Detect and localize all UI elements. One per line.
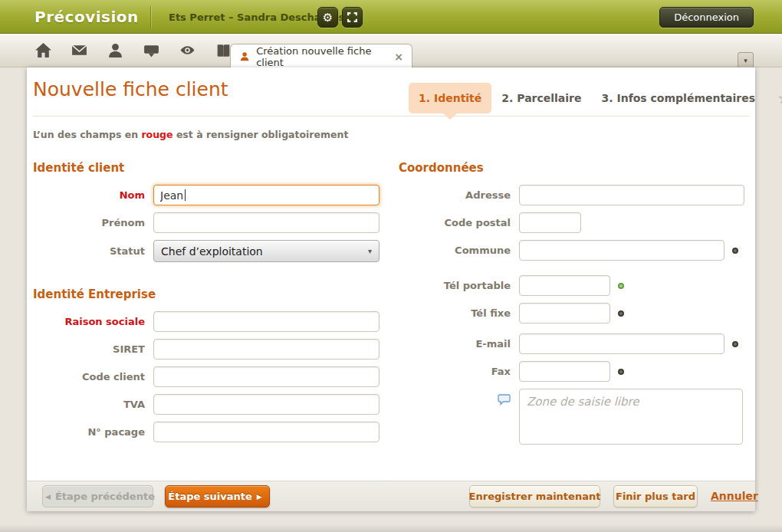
step-parcellaire[interactable]: 2. Parcellaire: [491, 83, 591, 113]
nom-input[interactable]: [153, 185, 380, 205]
comment-bubble-label: [399, 389, 511, 408]
prenom-input[interactable]: [153, 212, 380, 233]
code-client-input[interactable]: [153, 366, 380, 387]
save-now-button[interactable]: Enregistrer maintenant: [469, 485, 600, 507]
commune-label: Commune: [399, 245, 511, 256]
tab-label: Création nouvelle fiche client: [256, 45, 394, 68]
siret-label: SIRET: [33, 343, 145, 355]
field-row-raison-sociale: Raison sociale: [33, 311, 387, 332]
tab-user-icon: [239, 51, 250, 62]
tva-input[interactable]: [153, 394, 380, 415]
nom-label: Nom: [33, 189, 145, 201]
tva-label: TVA: [33, 399, 145, 410]
tel-fixe-status-dot: [618, 310, 624, 317]
notice-highlight: rouge: [141, 129, 172, 140]
previous-step-label: Étape précédente: [55, 491, 155, 502]
user-icon[interactable]: [106, 41, 124, 60]
statut-select[interactable]: Chef d’exploitation ▾: [153, 240, 380, 262]
page-title: Nouvelle fiche client: [33, 78, 228, 100]
next-step-label: Étape suivante: [168, 491, 252, 502]
email-status-dot: [732, 341, 738, 347]
field-row-adresse: Adresse: [399, 185, 751, 205]
raison-sociale-input[interactable]: [153, 311, 380, 332]
screen-icon[interactable]: [142, 41, 160, 60]
tel-fixe-input[interactable]: [519, 303, 610, 323]
speech-bubble-icon: [498, 394, 511, 406]
card-footer: ◀ Étape précédente Étape suivante ▶ Enre…: [27, 481, 755, 511]
commune-input[interactable]: [519, 240, 724, 261]
main-card: Nouvelle fiche client 1. Identité 2. Par…: [27, 67, 755, 511]
notice-prefix: L’un des champs en: [33, 129, 141, 140]
arrow-right-icon: ▶: [257, 493, 262, 501]
select-arrow-icon: ▾: [368, 247, 372, 255]
identity-column: Identité client Nom Prénom Statut Chef d…: [33, 157, 387, 449]
field-row-nom: Nom: [33, 185, 387, 205]
toolbar: Création nouvelle fiche client × ▾: [0, 34, 782, 67]
eye-icon[interactable]: [178, 41, 196, 60]
notice-suffix: est à rensigner obligatoirement: [173, 129, 349, 140]
section-identite-client: Identité client: [33, 157, 387, 174]
tab-close-icon[interactable]: ×: [394, 51, 403, 62]
free-text-area[interactable]: [519, 389, 743, 445]
field-row-code-client: Code client: [33, 366, 387, 387]
logout-button[interactable]: Déconnexion: [659, 7, 754, 28]
coordonnees-column: Coordonnées Adresse Code postal Commune …: [399, 157, 751, 452]
commune-status-dot: [732, 248, 738, 254]
code-postal-input[interactable]: [519, 212, 581, 233]
adresse-input[interactable]: [519, 185, 744, 205]
tab-creation-fiche-client[interactable]: Création nouvelle fiche client ×: [230, 44, 412, 68]
required-fields-notice: L’un des champs en rouge est à rensigner…: [33, 129, 348, 140]
star-icon[interactable]: ☆: [777, 89, 782, 107]
tab-overflow-button[interactable]: ▾: [738, 52, 754, 68]
code-postal-label: Code postal: [399, 217, 511, 228]
home-icon[interactable]: [34, 41, 52, 60]
fullscreen-button[interactable]: [342, 7, 363, 28]
toolbar-icons: [34, 34, 232, 67]
prenom-label: Prénom: [33, 217, 145, 228]
pacage-label: N° pacage: [33, 426, 145, 438]
field-row-email: E-mail: [399, 333, 751, 354]
fax-status-dot: [618, 369, 624, 375]
settings-button[interactable]: ⚙: [317, 7, 338, 28]
adresse-label: Adresse: [399, 189, 511, 201]
email-input[interactable]: [519, 333, 724, 354]
text-caret: [185, 189, 186, 201]
header-divider: [150, 6, 151, 28]
pacage-input[interactable]: [153, 422, 380, 442]
mail-icon[interactable]: [70, 41, 88, 60]
field-row-prenom: Prénom: [33, 212, 387, 233]
cancel-link[interactable]: Annuler: [711, 490, 758, 502]
section-identite-entreprise: Identité Entreprise: [33, 284, 387, 300]
statut-label: Statut: [33, 245, 145, 257]
field-row-tel-portable: Tél portable: [399, 275, 751, 296]
field-row-tva: TVA: [33, 394, 387, 415]
next-step-button[interactable]: Étape suivante ▶: [165, 485, 270, 507]
step-infos-complementaires[interactable]: 3. Infos complémentaires: [592, 83, 766, 113]
arrow-left-icon: ◀: [45, 493, 51, 501]
siret-input[interactable]: [153, 339, 380, 360]
statut-selected-value: Chef d’exploitation: [161, 245, 263, 258]
brand-logo: Précovision: [34, 8, 139, 26]
tel-portable-input[interactable]: [519, 275, 610, 296]
step-identite[interactable]: 1. Identité: [409, 83, 491, 113]
code-client-label: Code client: [33, 371, 145, 383]
gear-icon: ⚙: [323, 11, 333, 25]
section-coordonnees: Coordonnées: [399, 157, 751, 174]
tel-portable-status-dot: [618, 283, 624, 289]
card-header: Nouvelle fiche client 1. Identité 2. Par…: [33, 67, 749, 117]
field-row-siret: SIRET: [33, 339, 387, 360]
wizard-steps: 1. Identité 2. Parcellaire 3. Infos comp…: [409, 83, 782, 113]
field-row-tel-fixe: Tél fixe: [399, 303, 751, 323]
previous-step-button[interactable]: ◀ Étape précédente: [42, 485, 153, 507]
field-row-pacage: N° pacage: [33, 422, 387, 442]
field-row-fax: Fax: [399, 361, 751, 382]
tel-fixe-label: Tél fixe: [399, 307, 511, 319]
raison-sociale-label: Raison sociale: [33, 316, 145, 327]
fax-input[interactable]: [519, 361, 610, 382]
nom-input-wrap: [153, 185, 380, 205]
chevron-down-icon: ▾: [744, 57, 748, 64]
finish-later-button[interactable]: Finir plus tard: [613, 485, 698, 507]
field-row-statut: Statut Chef d’exploitation ▾: [33, 240, 387, 262]
field-row-commune: Commune: [399, 240, 751, 261]
fax-label: Fax: [399, 366, 511, 377]
